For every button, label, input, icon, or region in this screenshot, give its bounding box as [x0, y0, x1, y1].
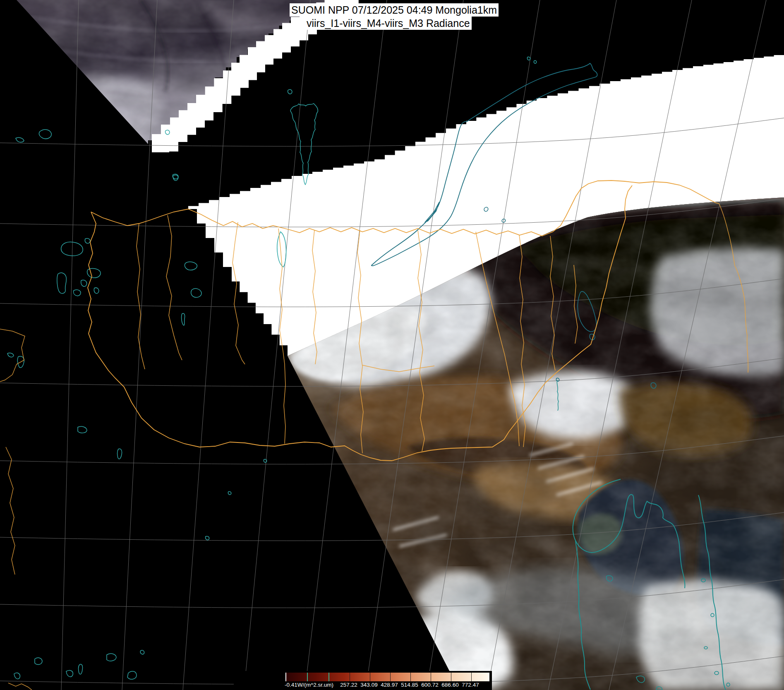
- satellite-viewer: SUOMI NPP 07/12/2025 04:49 Mongolia1km v…: [0, 0, 784, 690]
- colorbar-tick-label: 257.22: [340, 682, 357, 688]
- colorbar: -0.41W/(m^2.sr.um) 257.22343.09428.97514…: [234, 671, 492, 690]
- colorbar-tick-label: 686.60: [441, 682, 458, 688]
- colorbar-minor-tick: [307, 673, 308, 681]
- colorbar-tick-label: 772.47: [462, 682, 479, 688]
- colorbar-minor-tick: [328, 673, 329, 681]
- colorbar-end-tick: [489, 673, 489, 681]
- colorbar-tick-label: 600.72: [421, 682, 438, 688]
- colorbar-unit-label: -0.41W/(m^2.sr.um): [285, 682, 333, 688]
- colorbar-tick: [350, 673, 350, 681]
- colorbar-tick: [370, 673, 370, 681]
- colorbar-tick-label: 514.85: [401, 682, 418, 688]
- colorbar-tick: [410, 673, 411, 681]
- colorbar-tick: [451, 673, 451, 681]
- colorbar-labels: -0.41W/(m^2.sr.um) 257.22343.09428.97514…: [234, 681, 492, 690]
- colorbar-tick: [431, 673, 431, 681]
- colorbar-gradient-bar: [285, 673, 489, 681]
- colorbar-tick: [390, 673, 391, 681]
- satellite-image-canvas: [0, 0, 784, 690]
- map-title-line2: viirs_I1-viirs_M4-viirs_M3 Radiance: [305, 17, 472, 30]
- colorbar-tick-label: 428.97: [381, 682, 398, 688]
- map-title-line1: SUOMI NPP 07/12/2025 04:49 Mongolia1km: [290, 3, 499, 17]
- colorbar-tick: [471, 673, 472, 681]
- colorbar-tick-label: 343.09: [360, 682, 377, 688]
